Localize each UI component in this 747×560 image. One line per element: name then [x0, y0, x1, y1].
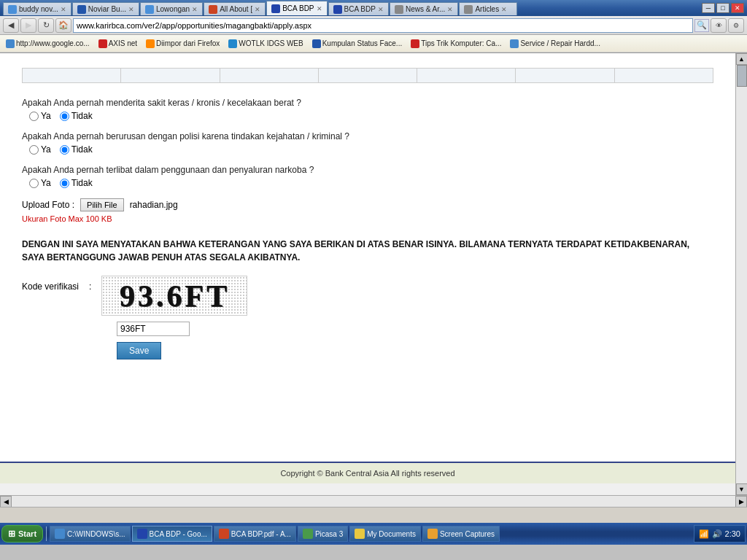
taskbar: ⊞ Start C:\WINDOWS\s...BCA BDP - Goo...B… [0, 523, 747, 545]
table-cell [417, 69, 516, 83]
table-cell [318, 69, 417, 83]
file-name-display: rahadian.jpg [130, 200, 178, 210]
upload-label: Upload Foto : [22, 200, 74, 210]
question-3: Apakah Anda pernah terlibat dalam penggu… [22, 165, 713, 188]
horizontal-scrollbar[interactable]: ◀ ▶ [0, 495, 747, 507]
radio-group: Ya Tidak [29, 111, 713, 121]
declaration-text: DENGAN INI SAYA MENYATAKAN BAHWA KETERAN… [22, 238, 713, 264]
scroll-up-arrow[interactable]: ▲ [736, 53, 748, 65]
minimize-button[interactable]: ─ [702, 3, 715, 13]
radio-input[interactable] [29, 179, 39, 188]
radio-input[interactable] [29, 112, 39, 121]
page-footer: Copyright © Bank Central Asia All rights… [0, 462, 735, 483]
search-button[interactable]: 🔍 [694, 19, 709, 32]
start-label: Start [18, 529, 36, 538]
radio-input[interactable] [29, 145, 39, 155]
scroll-down-arrow[interactable]: ▼ [736, 483, 748, 495]
taskbar-item[interactable]: Picasa 3 [298, 526, 348, 542]
browser-tab-tab1[interactable]: buddy nov...✕ [3, 2, 71, 15]
browser-tab-tab7[interactable]: News & Ar...✕ [390, 2, 458, 15]
forward-button[interactable]: ▶ [20, 18, 36, 33]
bookmark-item[interactable]: WOTLK IDGS WEB [225, 39, 306, 49]
taskbar-item[interactable]: Screen Captures [422, 526, 500, 542]
radio-group: Ya Tidak [29, 144, 713, 155]
radio-label[interactable]: Tidak [60, 178, 93, 188]
volume-icon: 🔊 [712, 529, 722, 539]
system-tray: 📶 🔊 2:30 [694, 525, 746, 542]
scroll-track[interactable] [736, 65, 747, 483]
captcha-image: 93.6FT [101, 276, 247, 316]
webpage: Apakah Anda pernah menderita sakit keras… [0, 53, 735, 462]
content-area: Apakah Anda pernah menderita sakit keras… [0, 53, 735, 495]
bookmarks-bar: http://www.google.co...AXIS netDiimpor d… [0, 35, 747, 52]
file-chooser-button[interactable]: Pilih File [80, 198, 124, 211]
captcha-section: Kode verifikasi : 93.6FT Save [22, 276, 713, 359]
radio-label[interactable]: Tidak [60, 144, 93, 155]
declaration-box: DENGAN INI SAYA MENYATAKAN BAHWA KETERAN… [22, 238, 713, 264]
copyright-text: Copyright © Bank Central Asia All rights… [280, 469, 454, 478]
table-cell [121, 69, 220, 83]
radio-input[interactable] [60, 145, 69, 155]
table-cell [614, 69, 713, 83]
captcha-display-text: 93.6FT [120, 279, 230, 314]
address-text: www.karirbca.com/ver2/app/opportunities/… [77, 21, 689, 30]
scroll-right-arrow[interactable]: ▶ [735, 496, 747, 508]
vertical-scrollbar[interactable]: ▲ ▼ [735, 53, 747, 495]
title-bar: buddy nov...✕Noviar Bu...✕Lowongan✕All A… [0, 0, 747, 16]
tools-button[interactable]: ⚙ [728, 18, 744, 33]
browser-tab-tab4[interactable]: All About [✕ [204, 2, 266, 15]
taskbar-items: C:\WINDOWS\s...BCA BDP - Goo...BCA BDP.p… [50, 526, 692, 542]
close-button[interactable]: ✕ [731, 3, 744, 13]
bookmark-item[interactable]: Tips Trik Komputer: Ca... [408, 39, 504, 49]
bookmark-item[interactable]: Diimpor dari Firefox [143, 39, 222, 49]
browser-tab-tab3[interactable]: Lowongan✕ [140, 2, 203, 15]
radio-input[interactable] [60, 179, 69, 188]
taskbar-item[interactable]: BCA BDP.pdf - A... [214, 526, 296, 542]
captcha-input[interactable] [117, 322, 190, 336]
start-button[interactable]: ⊞ Start [1, 525, 43, 542]
scroll-track-h[interactable] [12, 496, 735, 507]
questions-container: Apakah Anda pernah menderita sakit keras… [22, 98, 713, 188]
bookmark-item[interactable]: Service / Repair Hardd... [507, 39, 603, 49]
windows-icon: ⊞ [8, 529, 15, 539]
bookmark-item[interactable]: http://www.google.co... [3, 39, 93, 49]
question-1: Apakah Anda pernah menderita sakit keras… [22, 98, 713, 121]
question-text: Apakah Anda pernah berurusan dengan poli… [22, 131, 713, 141]
reload-button[interactable]: ↻ [38, 18, 54, 33]
save-button[interactable]: Save [117, 342, 161, 359]
browser-chrome: buddy nov...✕Noviar Bu...✕Lowongan✕All A… [0, 0, 747, 53]
radio-label[interactable]: Ya [29, 144, 51, 155]
bookmark-item[interactable]: Kumpulan Status Face... [309, 39, 406, 49]
taskbar-item[interactable]: C:\WINDOWS\s... [50, 526, 130, 542]
back-button[interactable]: ◀ [3, 18, 19, 33]
zoom-button[interactable]: 👁 [711, 18, 727, 33]
radio-label[interactable]: Ya [29, 178, 51, 188]
question-text: Apakah Anda pernah menderita sakit keras… [22, 98, 713, 108]
bookmark-item[interactable]: AXIS net [96, 39, 140, 49]
table-cell [220, 69, 318, 83]
radio-label[interactable]: Ya [29, 111, 51, 121]
browser-tab-tab6[interactable]: BCA BDP✕ [328, 2, 389, 15]
taskbar-item[interactable]: BCA BDP - Goo... [132, 526, 212, 542]
status-bar [0, 507, 747, 523]
browser-tab-tab2[interactable]: Noviar Bu...✕ [72, 2, 139, 15]
question-2: Apakah Anda pernah berurusan dengan poli… [22, 131, 713, 155]
captcha-colon: : [89, 276, 91, 292]
network-icon: 📶 [699, 529, 709, 539]
home-button[interactable]: 🏠 [55, 18, 71, 33]
radio-input[interactable] [60, 112, 69, 121]
radio-label[interactable]: Tidak [60, 111, 93, 121]
window-controls: ─ □ ✕ [702, 3, 744, 13]
clock: 2:30 [725, 529, 740, 538]
browser-tab-tab8[interactable]: Articles✕ [459, 2, 517, 15]
scroll-thumb[interactable] [737, 65, 747, 87]
maximize-button[interactable]: □ [716, 3, 729, 13]
address-bar[interactable]: www.karirbca.com/ver2/app/opportunities/… [73, 18, 693, 33]
radio-group: Ya Tidak [29, 178, 713, 188]
scroll-left-arrow[interactable]: ◀ [0, 496, 12, 508]
taskbar-item[interactable]: My Documents [349, 526, 421, 542]
upload-section: Upload Foto : Pilih File rahadian.jpg Uk… [22, 198, 713, 223]
browser-tab-tab5[interactable]: BCA BDP✕ [266, 1, 327, 15]
captcha-label: Kode verifikasi [22, 276, 79, 292]
upload-size-note: Ukuran Foto Max 100 KB [22, 214, 713, 223]
